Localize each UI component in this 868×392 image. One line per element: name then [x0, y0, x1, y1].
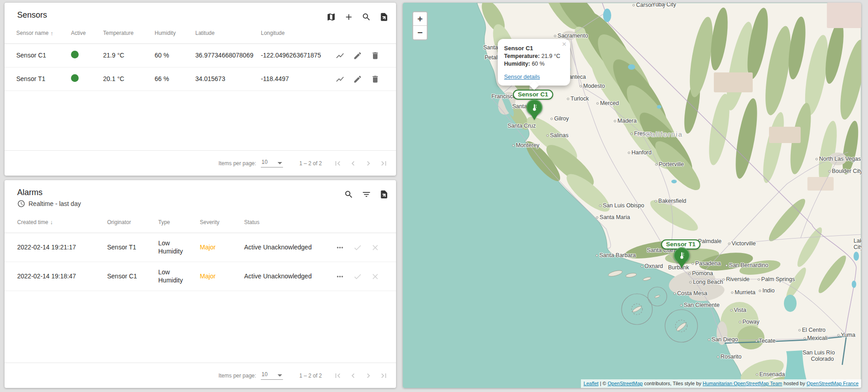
marker-label-tag[interactable]: Sensor C1 [513, 90, 553, 100]
delete-icon[interactable] [369, 73, 381, 85]
first-page-icon[interactable] [332, 158, 344, 169]
place-name: Colorado [811, 356, 834, 362]
place-dot-icon [728, 243, 730, 245]
clear-close-icon[interactable] [369, 242, 381, 253]
clock-icon [17, 200, 25, 208]
place-name: Francisco [491, 93, 516, 100]
place-dot-icon [755, 340, 758, 342]
column-header[interactable]: Active [71, 30, 103, 36]
place-dot-icon [628, 152, 630, 154]
column-header[interactable]: Status [244, 219, 333, 225]
next-page-icon[interactable] [363, 370, 374, 382]
map-place-label: Victorville [728, 240, 755, 247]
previous-page-icon[interactable] [347, 158, 359, 169]
attribution-link[interactable]: Humanitarian OpenStreetMap Team [703, 381, 782, 386]
search-icon[interactable] [343, 188, 354, 200]
filter-icon[interactable] [360, 188, 372, 200]
place-name: Porterville [659, 161, 684, 167]
first-page-icon[interactable] [332, 370, 344, 382]
map-place-label: North Las Vegas [816, 156, 861, 162]
column-header[interactable]: Type [158, 219, 200, 225]
column-header[interactable]: Longitude [261, 30, 333, 36]
page-size-select[interactable]: 10 [261, 371, 283, 380]
column-label: Type [158, 219, 170, 225]
add-icon[interactable] [343, 11, 354, 23]
map-icon[interactable] [325, 11, 337, 23]
place-name: Lake Havasu [854, 238, 861, 244]
sensor-row[interactable]: Sensor T120.1 °C66 %34.015673-118.4497 [5, 67, 396, 91]
column-header[interactable]: Humidity [155, 30, 195, 36]
export-icon[interactable] [378, 188, 390, 200]
alarms-timewindow-label[interactable]: Realtime - last day [28, 200, 81, 207]
place-dot-icon [567, 98, 569, 100]
place-name: California [645, 130, 683, 138]
place-name: Bakersfield [658, 198, 686, 204]
chart-icon[interactable] [334, 73, 346, 85]
previous-page-icon[interactable] [347, 370, 359, 382]
sensor-marker-pin[interactable] [526, 99, 542, 120]
latitude-cell: 34.015673 [195, 75, 261, 83]
place-dot-icon [692, 263, 694, 265]
map-widget[interactable]: Carson CityYuba CitySacramentoSanta Rosa… [403, 3, 861, 388]
delete-icon[interactable] [369, 50, 381, 62]
sensor-details-link[interactable]: Sensor details [504, 74, 540, 80]
chart-icon[interactable] [334, 50, 346, 62]
place-name: Sacramento [557, 33, 588, 39]
map-place-label: Francisco [491, 93, 516, 100]
place-name: Murrieta [735, 289, 755, 296]
page-size-select[interactable]: 10 [261, 159, 283, 167]
place-name: Boulder City [832, 168, 861, 174]
map-popup: × Sensor C1 Temperature: 21.9 °C Humidit… [498, 39, 570, 89]
map-place-label: San Diego [708, 336, 738, 343]
place-name: San Diego [712, 336, 738, 343]
attribution-link[interactable]: Leaflet [584, 381, 599, 386]
column-header[interactable]: Sensor name↑ [16, 30, 71, 37]
edit-icon[interactable] [352, 50, 363, 62]
attribution-link[interactable]: OpenStreetMap France [807, 381, 859, 386]
place-name: Turlock [571, 96, 589, 102]
map-place-label: San Luis Río [802, 349, 835, 356]
map-place-label: Turlock [567, 96, 589, 102]
place-name: Madera [618, 118, 637, 124]
alarm-row[interactable]: 2022-02-14 19:18:47Sensor C1Low Humidity… [5, 262, 396, 291]
clear-close-icon[interactable] [369, 271, 381, 282]
search-icon[interactable] [360, 11, 372, 23]
popup-close-icon[interactable]: × [562, 40, 566, 48]
last-page-icon[interactable] [378, 370, 390, 382]
ack-check-icon[interactable] [352, 242, 363, 253]
column-header[interactable]: Severity [200, 219, 244, 225]
zoom-out-button[interactable]: − [413, 26, 427, 39]
severity-cell: Major [200, 272, 244, 281]
column-header[interactable]: Latitude [195, 30, 261, 36]
attribution-link[interactable]: OpenStreetMap [608, 381, 643, 386]
sensor-row[interactable]: Sensor C121.9 °C60 %36.97734668078069-12… [5, 44, 396, 67]
place-dot-icon [512, 144, 514, 147]
alarm-row[interactable]: 2022-02-14 19:21:17Sensor T1Low Humidity… [5, 233, 396, 262]
zoom-in-button[interactable]: + [413, 12, 427, 26]
place-dot-icon [680, 304, 682, 306]
map-place-label: Santa Maria [596, 214, 630, 220]
export-icon[interactable] [378, 11, 390, 23]
last-page-icon[interactable] [378, 158, 390, 169]
humidity-value: 60 % [532, 61, 545, 67]
temperature-value: 21.9 °C [541, 53, 560, 59]
column-header[interactable]: Temperature [103, 30, 155, 36]
row-actions [333, 73, 396, 85]
map-place-label: Oxnard [641, 263, 663, 269]
more-icon[interactable] [334, 271, 346, 282]
place-name: Pomona [692, 270, 713, 277]
map-place-label: Costa Mesa [674, 290, 708, 296]
ack-check-icon[interactable] [352, 271, 363, 282]
more-icon[interactable] [334, 242, 346, 253]
next-page-icon[interactable] [363, 158, 374, 169]
page-range-label: 1 – 2 of 2 [299, 160, 322, 167]
sensor-marker-pin[interactable] [674, 247, 690, 268]
map-place-label: Santa Barbara [596, 252, 636, 258]
column-header[interactable]: Created time↓ [17, 219, 107, 225]
edit-icon[interactable] [352, 73, 363, 85]
place-name: Hanford [632, 149, 651, 156]
column-header[interactable]: Originator [107, 219, 158, 225]
sensors-table-body: Sensor C121.9 °C60 %36.97734668078069-12… [5, 44, 396, 91]
place-dot-icon [726, 264, 728, 267]
pager-buttons [332, 370, 390, 382]
